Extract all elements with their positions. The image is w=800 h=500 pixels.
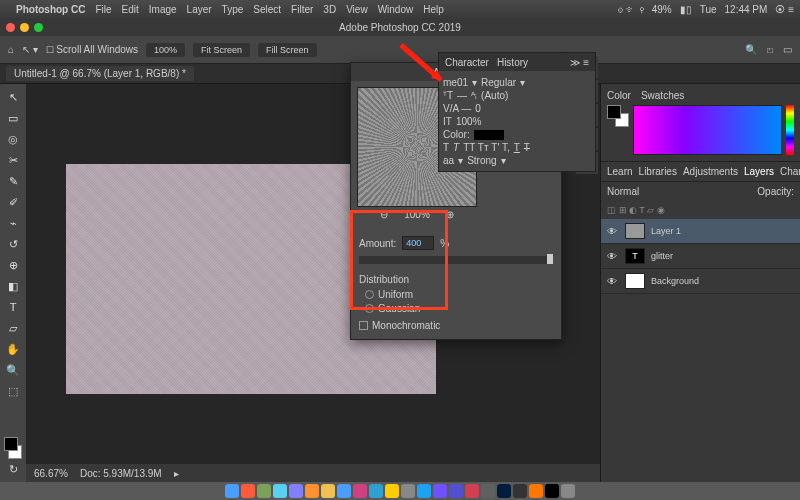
zoom-out-icon[interactable]: ⊖ [380,209,388,220]
layer-name[interactable]: glitter [651,251,673,261]
layer-row[interactable]: 👁 Background [601,269,800,294]
dock-app-icon[interactable] [465,484,479,498]
fg-bg-colors[interactable] [4,439,22,457]
gaussian-radio[interactable] [365,304,374,313]
search-icon[interactable]: 🔍 [745,44,757,55]
workspace-icon[interactable]: ▭ [783,44,792,55]
color-picker[interactable] [633,105,782,155]
amount-input[interactable] [402,236,434,250]
visibility-icon[interactable]: 👁 [607,276,619,287]
tab-channels[interactable]: Channels [780,166,800,177]
tracking[interactable]: 0 [475,103,481,114]
clone-tool[interactable]: ↺ [4,235,22,253]
chevron-right-icon[interactable]: ▸ [174,468,179,479]
aa-mode[interactable]: Strong [467,155,496,166]
text-color[interactable] [474,130,504,140]
scroll-all-checkbox[interactable]: ☐ Scroll All Windows [46,44,138,55]
menu-type[interactable]: Type [222,4,244,15]
dock-app-icon[interactable] [385,484,399,498]
edit-toolbar[interactable]: ⬚ [4,382,22,400]
uniform-radio[interactable] [365,290,374,299]
aa-select[interactable]: aa [443,155,454,166]
leading[interactable]: — [457,90,467,101]
app-name[interactable]: Photoshop CC [16,4,85,15]
wifi-icon[interactable]: ⊙ ᯤ ⚲ [618,4,644,15]
dock-app-icon[interactable] [401,484,415,498]
tool-preset-icon[interactable]: ↖ ▾ [22,44,38,55]
zoom-tool[interactable]: 🔍 [4,361,22,379]
dock-app-icon[interactable] [337,484,351,498]
dock-app-icon[interactable] [433,484,447,498]
dock-app-icon[interactable] [545,484,559,498]
layer-filter-icons[interactable]: ◫ ⊞ ◐ T ▱ ◉ [601,201,800,219]
type-style-buttons[interactable]: T T TT Tт T' T, T T [443,142,591,153]
dock-app-icon[interactable] [257,484,271,498]
dock-app-icon[interactable] [321,484,335,498]
minimize-icon[interactable] [20,23,29,32]
menu-3d[interactable]: 3D [323,4,336,15]
eyedropper-tool[interactable]: ✎ [4,172,22,190]
brush-tool[interactable]: ✐ [4,193,22,211]
healing-tool[interactable]: ⌁ [4,214,22,232]
fill-screen-button[interactable]: Fill Screen [258,43,317,57]
tab-libraries[interactable]: Libraries [639,166,677,177]
panel-menu-icon[interactable]: ≫ ≡ [570,57,589,68]
spotlight-icon[interactable]: ⦿ ≡ [775,4,794,15]
tab-history[interactable]: History [497,57,528,68]
menu-window[interactable]: Window [378,4,414,15]
eraser-tool[interactable]: ⊕ [4,256,22,274]
menu-file[interactable]: File [95,4,111,15]
traffic-lights[interactable] [6,23,43,32]
menu-image[interactable]: Image [149,4,177,15]
zoom-in-icon[interactable]: ⊕ [446,209,454,220]
tab-layers[interactable]: Layers [744,166,774,177]
doc-size[interactable]: Doc: 5.93M/13.9M [80,468,162,479]
dock-app-icon[interactable] [225,484,239,498]
hand-tool[interactable]: ✋ [4,340,22,358]
dock-app-icon[interactable] [289,484,303,498]
close-icon[interactable] [6,23,15,32]
hue-slider[interactable] [786,105,794,155]
tab-learn[interactable]: Learn [607,166,633,177]
dock-app-icon[interactable] [481,484,495,498]
type-tool[interactable]: T [4,298,22,316]
monochromatic-checkbox[interactable] [359,321,368,330]
dock-app-icon[interactable] [497,484,511,498]
amount-slider[interactable] [359,256,553,264]
document-tab[interactable]: Untitled-1 @ 66.7% (Layer 1, RGB/8) * [6,66,194,81]
tab-adjustments[interactable]: Adjustments [683,166,738,177]
visibility-icon[interactable]: 👁 [607,226,619,237]
crop-tool[interactable]: ✂ [4,151,22,169]
menu-layer[interactable]: Layer [187,4,212,15]
quick-mask[interactable]: ↻ [4,460,22,478]
dock-app-icon[interactable] [529,484,543,498]
visibility-icon[interactable]: 👁 [607,251,619,262]
maximize-icon[interactable] [34,23,43,32]
tab-character[interactable]: Character [445,57,489,68]
dock-app-icon[interactable] [273,484,287,498]
menu-view[interactable]: View [346,4,368,15]
font-select[interactable]: me01 [443,77,468,88]
marquee-tool[interactable]: ▭ [4,109,22,127]
dock-app-icon[interactable] [561,484,575,498]
menu-select[interactable]: Select [253,4,281,15]
menu-help[interactable]: Help [423,4,444,15]
font-style[interactable]: Regular [481,77,516,88]
lasso-tool[interactable]: ◎ [4,130,22,148]
layer-row[interactable]: 👁 T glitter [601,244,800,269]
layer-row[interactable]: 👁 Layer 1 [601,219,800,244]
share-icon[interactable]: ⏍ [767,44,773,55]
layer-name[interactable]: Background [651,276,699,286]
dock-app-icon[interactable] [449,484,463,498]
dock-app-icon[interactable] [305,484,319,498]
dock-app-icon[interactable] [369,484,383,498]
dock-app-icon[interactable] [417,484,431,498]
pen-tool[interactable]: ▱ [4,319,22,337]
dock-app-icon[interactable] [353,484,367,498]
dock-app-icon[interactable] [513,484,527,498]
tab-color[interactable]: Color [607,90,631,101]
menu-filter[interactable]: Filter [291,4,313,15]
auto-leading[interactable]: (Auto) [481,90,508,101]
menu-edit[interactable]: Edit [122,4,139,15]
dock-app-icon[interactable] [241,484,255,498]
